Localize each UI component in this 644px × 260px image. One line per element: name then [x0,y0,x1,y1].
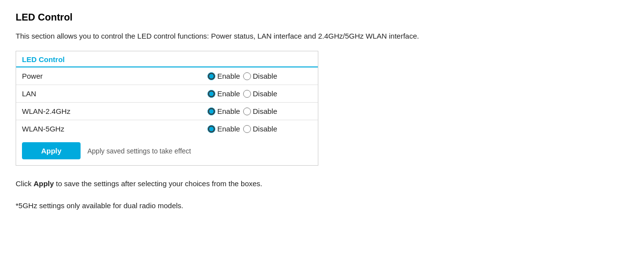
apply-note: Apply saved settings to take effect [87,147,191,155]
disable-radio[interactable] [243,108,251,115]
row-label: WLAN-2.4GHz [16,103,202,120]
disable-radio[interactable] [243,90,251,98]
row-label: LAN [16,85,202,103]
enable-option[interactable]: Enable [208,89,240,98]
row-label: Power [16,67,202,85]
bottom-instruction: Click Apply to save the settings after s… [16,179,628,188]
page-description: This section allows you to control the L… [16,32,628,40]
page-title: LED Control [16,12,628,23]
enable-label: Enable [217,89,240,98]
apply-row: Apply Apply saved settings to take effec… [16,137,318,165]
disable-option[interactable]: Disable [243,72,277,80]
row-label: WLAN-5GHz [16,120,202,138]
led-control-section: LED Control PowerEnableDisableLANEnableD… [16,51,318,166]
enable-label: Enable [217,107,240,115]
table-row: LANEnableDisable [16,85,318,103]
enable-radio[interactable] [208,108,215,115]
led-table: PowerEnableDisableLANEnableDisableWLAN-2… [16,67,318,137]
enable-label: Enable [217,72,240,80]
disable-option[interactable]: Disable [243,107,277,115]
disable-label: Disable [253,72,277,80]
enable-option[interactable]: Enable [208,72,240,80]
enable-radio[interactable] [208,90,215,98]
enable-option[interactable]: Enable [208,125,240,133]
disable-radio[interactable] [243,125,251,133]
enable-radio[interactable] [208,125,215,133]
enable-label: Enable [217,125,240,133]
enable-option[interactable]: Enable [208,107,240,115]
section-header: LED Control [16,51,318,67]
disable-radio[interactable] [243,72,251,80]
disable-option[interactable]: Disable [243,89,277,98]
bottom-text-suffix: to save the settings after selecting you… [54,179,262,188]
apply-button[interactable]: Apply [22,142,81,159]
bottom-text-prefix: Click [16,179,34,188]
row-options: EnableDisable [202,85,318,103]
footnote: *5GHz settings only available for dual r… [16,201,628,210]
row-options: EnableDisable [202,120,318,138]
disable-option[interactable]: Disable [243,125,277,133]
table-row: WLAN-2.4GHzEnableDisable [16,103,318,120]
row-options: EnableDisable [202,67,318,85]
disable-label: Disable [253,107,277,115]
row-options: EnableDisable [202,103,318,120]
table-row: WLAN-5GHzEnableDisable [16,120,318,138]
disable-label: Disable [253,89,277,98]
table-row: PowerEnableDisable [16,67,318,85]
enable-radio[interactable] [208,72,215,80]
bottom-text-bold: Apply [34,179,54,188]
disable-label: Disable [253,125,277,133]
